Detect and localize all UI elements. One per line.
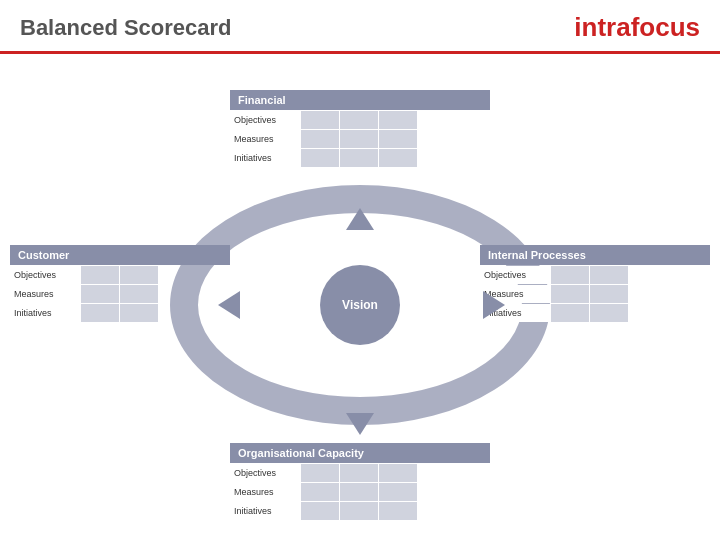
customer-card: Customer Objectives Measures Initiatives [10,245,230,322]
org-measures-label: Measures [230,483,300,501]
financial-initiatives-label: Initiatives [230,149,300,167]
cell [81,266,119,284]
org-objectives-cells [301,464,417,482]
customer-initiatives-cells [81,304,158,322]
cell [551,266,589,284]
cell [301,111,339,129]
customer-row-initiatives: Initiatives [10,304,230,322]
cell [120,266,158,284]
financial-measures-cells [301,130,417,148]
financial-header: Financial [230,90,490,110]
financial-objectives-cells [301,111,417,129]
internal-initiatives-cells [551,304,628,322]
cell [379,502,417,520]
cell [590,266,628,284]
cell [120,304,158,322]
org-header: Organisational Capacity [230,443,490,463]
cell [379,130,417,148]
internal-objectives-cells [551,266,628,284]
cell [590,304,628,322]
customer-measures-cells [81,285,158,303]
org-initiatives-cells [301,502,417,520]
customer-objectives-label: Objectives [10,266,80,284]
internal-measures-cells [551,285,628,303]
cell [551,285,589,303]
financial-row-objectives: Objectives [230,111,490,129]
org-measures-cells [301,483,417,501]
customer-row-measures: Measures [10,285,230,303]
logo-focus: focus [631,12,700,42]
cell [301,464,339,482]
org-initiatives-label: Initiatives [230,502,300,520]
vision-label: Vision [342,298,378,312]
cell [340,111,378,129]
internal-objectives-label: Objectives [480,266,550,284]
arrow-left-icon [218,291,240,319]
cell [340,130,378,148]
internal-row-initiatives: Initiatives [480,304,710,322]
cell [81,304,119,322]
header: Balanced Scorecard intrafocus [0,0,720,54]
arrow-right-icon [483,291,505,319]
financial-objectives-label: Objectives [230,111,300,129]
page-title: Balanced Scorecard [20,15,232,41]
financial-initiatives-cells [301,149,417,167]
cell [81,285,119,303]
arrow-down-icon [346,413,374,435]
cell [340,464,378,482]
cell [340,502,378,520]
financial-row-measures: Measures [230,130,490,148]
internal-row-objectives: Objectives [480,266,710,284]
diagram-area: Vision Financial Objectives Measures Ini… [0,60,720,540]
cell [551,304,589,322]
cell [379,464,417,482]
cell [379,111,417,129]
logo: intrafocus [574,12,700,43]
cell [301,502,339,520]
internal-card: Internal Processes Objectives Measures I… [480,245,710,322]
internal-row-measures: Measures [480,285,710,303]
cell [120,285,158,303]
cell [340,483,378,501]
customer-measures-label: Measures [10,285,80,303]
financial-card: Financial Objectives Measures Initiative… [230,90,490,167]
logo-intra: intra [574,12,630,42]
cell [590,285,628,303]
org-row-objectives: Objectives [230,464,490,482]
cell [301,149,339,167]
cell [379,149,417,167]
cell [379,483,417,501]
arrow-up-icon [346,208,374,230]
cell [301,483,339,501]
customer-header: Customer [10,245,230,265]
financial-row-initiatives: Initiatives [230,149,490,167]
org-row-initiatives: Initiatives [230,502,490,520]
cell [340,149,378,167]
customer-objectives-cells [81,266,158,284]
customer-initiatives-label: Initiatives [10,304,80,322]
customer-row-objectives: Objectives [10,266,230,284]
org-row-measures: Measures [230,483,490,501]
org-objectives-label: Objectives [230,464,300,482]
org-card: Organisational Capacity Objectives Measu… [230,443,490,520]
financial-measures-label: Measures [230,130,300,148]
internal-header: Internal Processes [480,245,710,265]
vision-circle: Vision [320,265,400,345]
cell [301,130,339,148]
